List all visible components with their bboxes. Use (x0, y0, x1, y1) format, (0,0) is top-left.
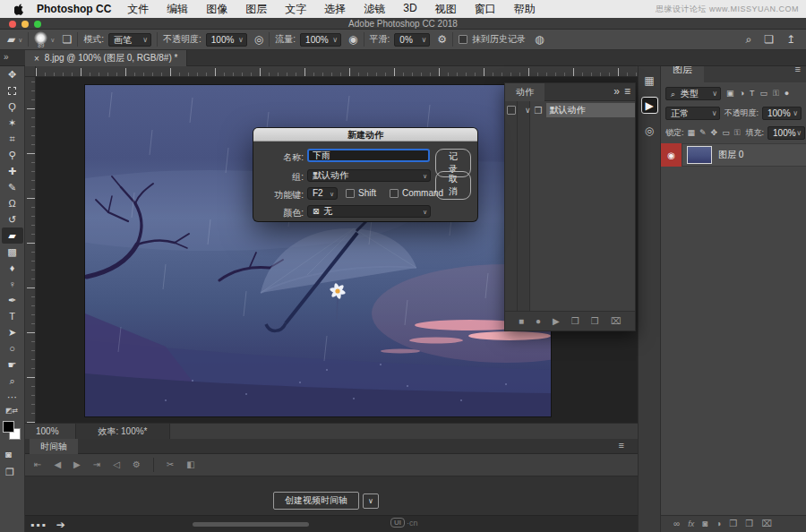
mode-dropdown[interactable]: 画笔∨ (108, 33, 151, 47)
action-color-dropdown[interactable]: ⊠ 无∨ (307, 205, 431, 218)
menu-item-file[interactable]: 文件 (127, 2, 149, 17)
rectangular-marquee-tool[interactable] (2, 82, 23, 99)
smoothing-dropdown[interactable]: 0%∨ (394, 33, 430, 47)
search-icon[interactable]: ⌕ (745, 34, 751, 45)
adjustment-layer-icon[interactable]: ◑ (716, 519, 721, 528)
edit-toolbar-icon[interactable]: ⋯ (2, 389, 23, 405)
airbrush-icon[interactable]: ◉ (348, 34, 357, 45)
hand-tool[interactable]: ☛ (2, 356, 23, 373)
lock-all-icon[interactable]: ⚿ (734, 129, 741, 137)
play-selection-icon[interactable]: ▶ (553, 317, 560, 326)
type-tool[interactable]: T (2, 308, 23, 324)
clone-stamp-tool[interactable]: Ω (2, 195, 23, 211)
frame-thumbnails-icon[interactable]: ▪▪▪ (30, 519, 47, 530)
timeline-menu-icon[interactable]: ≡ (619, 440, 624, 450)
apple-icon[interactable] (14, 4, 24, 15)
dodge-tool[interactable]: ♀ (2, 276, 23, 292)
filter-smart-objects-icon[interactable]: ⚿ (773, 90, 779, 98)
panel-menu-icon[interactable]: ≡ (624, 86, 630, 97)
filter-type-layers-icon[interactable]: T (750, 90, 755, 98)
crop-tool[interactable]: ⌗ (2, 131, 23, 147)
layer-visibility-cell[interactable]: ◉ (661, 143, 682, 167)
workspace-switcher-icon[interactable]: ❏ (764, 34, 774, 45)
menu-item-image[interactable]: 图像 (206, 2, 227, 17)
lock-transparent-pixels-icon[interactable]: ▦ (688, 129, 696, 137)
smoothing-options-gear-icon[interactable]: ⚙ (437, 34, 447, 45)
eyedropper-tool[interactable]: ⚲ (2, 147, 23, 163)
history-brush-tool[interactable]: ↺ (2, 211, 23, 227)
pressure-opacity-icon[interactable]: ◎ (254, 34, 263, 45)
new-layer-icon[interactable]: ❒ (745, 519, 753, 528)
play-icon[interactable]: ▶ (73, 460, 81, 469)
quick-selection-tool[interactable]: ✶ (2, 115, 23, 131)
healing-brush-tool[interactable]: ✚ (2, 163, 23, 179)
fill-dropdown[interactable]: 100%∨ (767, 126, 805, 140)
erase-to-history-checkbox[interactable] (459, 35, 467, 44)
menu-item-edit[interactable]: 编辑 (167, 2, 188, 17)
layer-filter-dropdown[interactable]: ⌕ 类型 ∨ (665, 87, 721, 100)
collapse-tools-icon[interactable]: » (4, 52, 9, 62)
new-group-icon[interactable]: ❐ (729, 519, 737, 528)
pen-tool[interactable]: ✒ (2, 292, 23, 308)
new-set-icon[interactable]: ❐ (571, 317, 579, 326)
menu-item-type[interactable]: 文字 (285, 2, 306, 17)
quick-mask-icon[interactable]: ◙ (5, 450, 12, 459)
filter-adjustment-layers-icon[interactable]: ◑ (740, 90, 744, 98)
expand-caret-icon[interactable]: ∨ (525, 106, 531, 115)
filter-shape-layers-icon[interactable]: ▭ (759, 90, 767, 98)
split-at-playhead-icon[interactable]: ✂ (167, 460, 174, 469)
brush-preset-picker[interactable]: 89 (34, 31, 47, 48)
create-video-timeline-button[interactable]: 创建视频时间轴 (273, 492, 359, 510)
layer-row[interactable]: ◉ 图层 0 (661, 143, 806, 167)
lock-artboard-icon[interactable]: ▭ (722, 129, 730, 137)
path-selection-tool[interactable]: ➤ (2, 324, 23, 340)
brush-settings-panel-icon[interactable]: ❏ (62, 34, 72, 45)
shift-checkbox[interactable] (346, 189, 355, 198)
command-checkbox[interactable] (390, 189, 399, 198)
share-icon[interactable]: ↥ (786, 34, 795, 45)
app-menu-title[interactable]: Photoshop CC (37, 3, 111, 15)
menu-item-filter[interactable]: 滤镜 (364, 2, 385, 17)
previous-frame-icon[interactable]: ◀ (54, 460, 61, 469)
action-name-input[interactable] (307, 149, 430, 162)
timeline-scrollbar[interactable] (193, 522, 309, 527)
menu-item-select[interactable]: 选择 (324, 2, 346, 17)
stop-playing-icon[interactable]: ■ (519, 317, 524, 326)
brush-tool[interactable]: ✎ (2, 179, 23, 195)
tab-timeline[interactable]: 时间轴 (30, 439, 78, 454)
layer-thumbnail[interactable] (687, 146, 712, 164)
transition-icon[interactable]: ◧ (186, 460, 194, 469)
pressure-size-icon[interactable]: ◍ (535, 34, 544, 45)
menu-item-help[interactable]: 帮助 (514, 2, 536, 17)
document-tab[interactable]: × 8.jpg @ 100% (图层 0, RGB/8#) * (25, 50, 187, 66)
new-action-icon[interactable]: ❒ (591, 317, 599, 326)
menu-item-window[interactable]: 窗口 (475, 2, 496, 17)
lasso-tool[interactable]: Ϙ (2, 99, 23, 115)
menu-item-view[interactable]: 视图 (435, 2, 457, 17)
filter-pixel-layers-icon[interactable]: ▣ (726, 90, 734, 98)
action-set-row[interactable]: ∨ ❐ 默认动作 (505, 102, 635, 118)
audio-mute-icon[interactable]: ◁ (113, 460, 120, 469)
menu-item-3d[interactable]: 3D (403, 2, 416, 17)
efficiency-indicator[interactable]: 效率: 100%* (75, 424, 170, 440)
timeline-settings-icon[interactable]: ⚙ (133, 460, 141, 469)
screen-mode-icon[interactable]: ❐ (5, 468, 14, 477)
zoom-level-field[interactable]: 100% (36, 426, 75, 436)
menu-item-layer[interactable]: 图层 (245, 2, 267, 17)
filter-toggle-icon[interactable]: ● (785, 90, 789, 98)
zoom-tool[interactable]: ⌕ (2, 373, 23, 389)
actions-panel-icon[interactable]: ▶ (641, 97, 658, 114)
flow-dropdown[interactable]: 100%∨ (300, 33, 341, 47)
action-set-dropdown[interactable]: 默认动作∨ (307, 169, 431, 182)
first-frame-icon[interactable]: ⇤ (34, 460, 41, 469)
begin-recording-icon[interactable]: ● (536, 317, 541, 326)
opacity-dropdown[interactable]: 100%∨ (206, 33, 247, 47)
blend-mode-dropdown[interactable]: 正常∨ (665, 107, 720, 120)
delete-layer-icon[interactable]: ⌧ (761, 519, 772, 528)
layer-mask-icon[interactable]: ◙ (702, 519, 707, 528)
next-frame-icon[interactable]: ⇥ (93, 460, 100, 469)
lock-position-icon[interactable]: ✥ (711, 129, 718, 137)
swap-colors-icon[interactable]: ◩⇄ (5, 407, 18, 415)
function-key-dropdown[interactable]: F2∨ (307, 187, 338, 200)
timeline-mode-dropdown[interactable]: ∨ (363, 493, 379, 509)
